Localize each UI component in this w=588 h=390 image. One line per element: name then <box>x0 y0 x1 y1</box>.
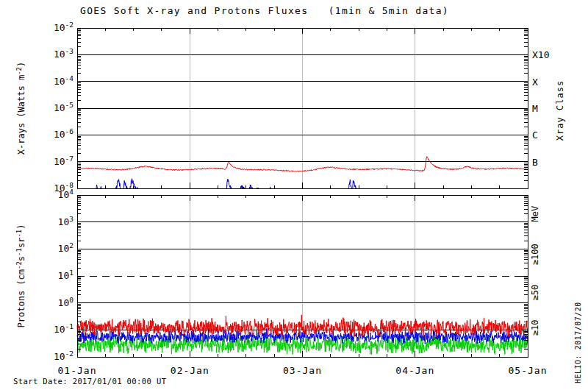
proton-axis-title: Protons (cm-2s-1sr-1) <box>15 224 26 328</box>
label-segment: -1 <box>15 248 23 256</box>
goes-flux-plot-page: GOES Soft X-ray and Protons Fluxes (1min… <box>0 0 588 390</box>
exponent: -6 <box>65 127 74 135</box>
x-tick-label: 01-Jan <box>58 365 97 376</box>
proton-y-tick-label: 101 <box>58 269 74 281</box>
label-segment: s <box>16 256 26 261</box>
label-segment: X-rays (Watts m <box>16 75 26 155</box>
exponent: 4 <box>69 188 74 196</box>
xray-y-tick-label: 10-3 <box>54 47 74 60</box>
proton-y-tick-label: 104 <box>58 188 74 200</box>
exponent: -7 <box>65 155 74 163</box>
xray-class-axis-title: Xray Class <box>555 80 565 141</box>
xray-class-label: C <box>532 130 538 141</box>
proton-y-tick-label: 10-2 <box>54 350 74 362</box>
exponent: -2 <box>65 21 74 29</box>
proton-y-tick-label: 102 <box>58 241 74 254</box>
xray-y-tick-label: 10-6 <box>54 127 74 140</box>
label-segment: Protons (cm <box>16 269 26 327</box>
exponent: -4 <box>65 74 74 82</box>
proton-y-tick-label: 100 <box>58 296 74 308</box>
x-tick-label: 02-Jan <box>171 365 209 376</box>
xray-axis-title: X-rays (Watts m-2) <box>15 62 26 155</box>
helio-watermark: HELIO: 2017/07/20 <box>574 302 582 383</box>
label-segment: -2 <box>15 67 23 75</box>
exponent: -5 <box>65 101 74 109</box>
exponent: 0 <box>69 296 74 304</box>
xray-y-tick-label: 10-4 <box>54 74 74 87</box>
chart-svg: 10-210-310-410-510-610-710-8104103102101… <box>0 0 588 390</box>
label-segment: ) <box>16 62 26 67</box>
exponent: 3 <box>69 215 74 223</box>
label-segment: sr <box>16 238 26 248</box>
xray-class-label: B <box>532 157 538 168</box>
gridlines-layer <box>77 28 528 357</box>
exponent: -2 <box>65 350 74 358</box>
x-tick-label: 03-Jan <box>283 365 322 376</box>
exponent: -1 <box>65 322 74 330</box>
proton-energy-label: MeV <box>530 206 540 222</box>
xray-y-tick-label: 10-7 <box>54 155 74 167</box>
proton-energy-label: ≥50 <box>530 285 540 301</box>
xray-class-label: X10 <box>532 49 549 60</box>
label-segment: -2 <box>15 261 23 269</box>
xray-short-wavelength-series <box>96 179 356 188</box>
xray-class-label: X <box>532 77 538 88</box>
axis-labels-layer: 10-210-310-410-510-610-710-8104103102101… <box>15 21 549 376</box>
xray-y-tick-label: 10-5 <box>54 101 74 113</box>
exponent: -3 <box>65 47 74 55</box>
proton-energy-label: ≥100 <box>530 244 540 265</box>
proton-energy-label: ≥10 <box>530 320 540 336</box>
proton-y-tick-label: 10-1 <box>54 322 74 335</box>
exponent: 1 <box>69 269 74 277</box>
xray-y-tick-label: 10-2 <box>54 21 74 33</box>
start-date-label: Start Date: 2017/01/01 00:00 UT <box>13 377 166 386</box>
xray-class-label: M <box>532 103 538 114</box>
x-tick-label: 04-Jan <box>395 365 434 376</box>
label-segment: ) <box>16 224 26 230</box>
x-tick-label: 05-Jan <box>509 365 548 376</box>
exponent: 2 <box>69 241 74 249</box>
proton-y-tick-label: 103 <box>58 215 74 227</box>
label-segment: -1 <box>15 230 23 238</box>
